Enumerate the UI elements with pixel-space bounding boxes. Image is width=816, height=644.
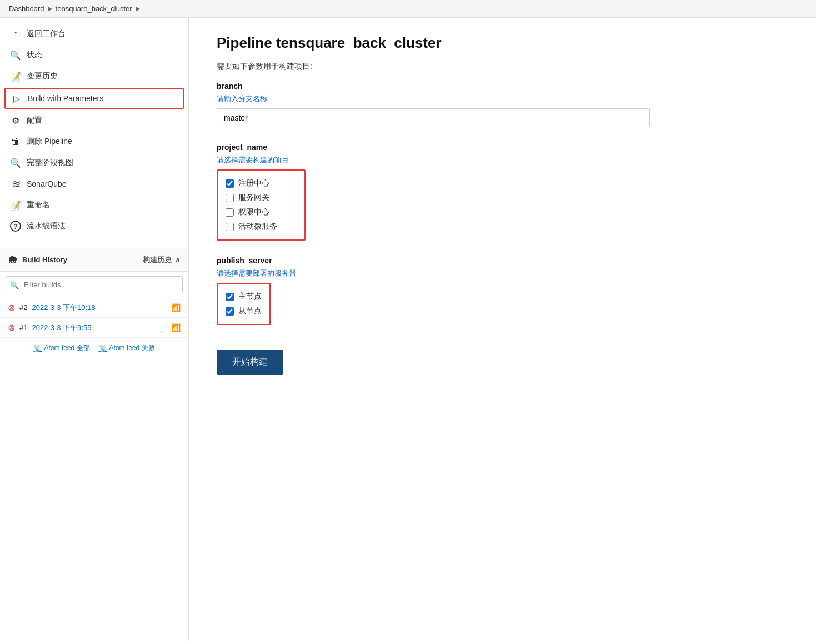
- collapse-icon[interactable]: ∧: [175, 256, 181, 264]
- gear-icon: ⚙: [10, 115, 21, 126]
- build-row-left: ⊗ #1 2022-3-3 下午9:55: [8, 322, 91, 333]
- question-icon: ?: [10, 221, 21, 232]
- sidebar-item-change-history[interactable]: 📝 变更历史: [0, 66, 188, 87]
- sidebar-label-change-history: 变更历史: [27, 71, 58, 81]
- page-title: Pipeline tensquare_back_cluster: [217, 34, 788, 52]
- checkbox-label-congjiedian: 从节点: [238, 306, 262, 316]
- atom-feed-fail-link[interactable]: 📡 Atom feed 失败: [99, 343, 155, 353]
- checkbox-fuwuwanguan[interactable]: 服务网关: [226, 191, 297, 205]
- build-status-error-icon: ⊗: [8, 302, 15, 313]
- rename-icon: 📝: [10, 199, 21, 211]
- rss-fail-icon: 📡: [99, 345, 107, 352]
- breadcrumb-sep-1: ▶: [48, 5, 52, 12]
- sidebar-label-sonarqube: SonarQube: [27, 179, 67, 188]
- checkbox-input-quanxianzhongxin[interactable]: [226, 208, 234, 217]
- sidebar-item-config[interactable]: ⚙ 配置: [0, 110, 188, 131]
- sidebar-label-config: 配置: [27, 116, 42, 126]
- param-project-hint: 请选择需要构建的项目: [217, 155, 788, 165]
- sidebar-item-rename[interactable]: 📝 重命名: [0, 194, 188, 216]
- checkbox-zhujiedian[interactable]: 主节点: [226, 289, 262, 304]
- breadcrumb-sep-2: ▶: [136, 5, 140, 12]
- build-number: #2: [19, 303, 27, 312]
- play-icon: ▷: [11, 93, 22, 104]
- rss-icon: 📶: [171, 303, 181, 312]
- param-publish-hint: 请选择需要部署的服务器: [217, 268, 788, 278]
- build-history-title-cn: 构建历史: [143, 255, 172, 265]
- build-history-title: Build History: [22, 256, 67, 264]
- atom-feed-fail-label: Atom feed 失败: [109, 343, 155, 353]
- table-row: ⊗ #1 2022-3-3 下午9:55 📶: [0, 318, 188, 338]
- build-history-section: 🌧 Build History 构建历史 ∧ 🔍 ⊗ #2 2022-3-3 下…: [0, 248, 188, 358]
- checkbox-input-huodongweifu[interactable]: [226, 223, 234, 231]
- checkbox-congjiedian[interactable]: 从节点: [226, 304, 262, 318]
- sidebar-item-full-stage-view[interactable]: 🔍 完整阶段视图: [0, 152, 188, 173]
- build-history-cloud-icon: 🌧: [8, 254, 18, 266]
- checkbox-input-fuwuwanguan[interactable]: [226, 194, 234, 202]
- breadcrumb-cluster[interactable]: tensquare_back_cluster: [56, 4, 132, 13]
- checkbox-label-quanxianzhongxin: 权限中心: [238, 207, 269, 217]
- sidebar-label-return: 返回工作台: [27, 29, 66, 39]
- build-history-header-right: 构建历史 ∧: [143, 255, 181, 265]
- checkbox-label-huodongweifu: 活动微服务: [238, 222, 277, 232]
- sonar-icon: ≋: [10, 178, 21, 189]
- sidebar-label-full-stage-view: 完整阶段视图: [27, 158, 73, 168]
- param-branch-label: branch: [217, 82, 788, 91]
- build-status-error-icon: ⊗: [8, 322, 15, 333]
- sidebar-item-build-with-parameters[interactable]: ▷ Build with Parameters: [4, 88, 184, 109]
- checkbox-label-fuwuwanguan: 服务网关: [238, 193, 269, 203]
- sidebar-label-status: 状态: [27, 50, 42, 60]
- sidebar-item-status[interactable]: 🔍 状态: [0, 44, 188, 66]
- param-publish-label: publish_server: [217, 256, 788, 265]
- checkbox-label-zhujiedian: 主节点: [238, 292, 262, 302]
- filter-builds-input[interactable]: [6, 276, 183, 293]
- param-branch-section: branch 请输入分支名称: [217, 82, 788, 127]
- main-content: Pipeline tensquare_back_cluster 需要如下参数用于…: [189, 18, 816, 641]
- submit-build-button[interactable]: 开始构建: [217, 350, 283, 375]
- rss-icon-2: 📶: [171, 323, 181, 332]
- sidebar-label-pipeline-syntax: 流水线语法: [27, 221, 66, 231]
- build-time-link[interactable]: 2022-3-3 下午10:18: [32, 303, 95, 313]
- checkbox-label-zhucezhongxin: 注册中心: [238, 178, 269, 188]
- atom-feed-all-link[interactable]: 📡 Atom feed 全部: [33, 343, 89, 353]
- publish-server-checkbox-group: 主节点 从节点: [217, 283, 271, 325]
- trash-icon: 🗑: [10, 136, 21, 147]
- breadcrumb: Dashboard ▶ tensquare_back_cluster ▶: [0, 0, 816, 18]
- atom-feed-all-label: Atom feed 全部: [44, 343, 89, 353]
- section-description: 需要如下参数用于构建项目:: [217, 62, 788, 72]
- filter-wrap: 🔍: [0, 272, 188, 298]
- checkbox-input-congjiedian[interactable]: [226, 307, 234, 316]
- param-project-label: project_name: [217, 143, 788, 152]
- checkbox-huodongweifu[interactable]: 活动微服务: [226, 219, 297, 234]
- checkbox-zhucezhongxin[interactable]: 注册中心: [226, 176, 297, 191]
- magnify-icon: 🔍: [10, 157, 21, 168]
- sidebar-label-build-with-parameters: Build with Parameters: [28, 94, 103, 103]
- checkbox-quanxianzhongxin[interactable]: 权限中心: [226, 205, 297, 219]
- filter-search-icon: 🔍: [10, 281, 19, 289]
- build-number: #1: [19, 323, 27, 332]
- branch-input[interactable]: [217, 108, 650, 127]
- project-name-checkbox-group: 注册中心 服务网关 权限中心 活动微服务: [217, 169, 306, 241]
- checkbox-input-zhucezhongxin[interactable]: [226, 179, 234, 188]
- param-publish-server-section: publish_server 请选择需要部署的服务器 主节点 从节点: [217, 256, 788, 325]
- table-row: ⊗ #2 2022-3-3 下午10:18 📶: [0, 298, 188, 318]
- return-icon: ↑: [10, 28, 21, 39]
- checkbox-input-zhujiedian[interactable]: [226, 293, 234, 301]
- sidebar-item-sonarqube[interactable]: ≋ SonarQube: [0, 173, 188, 194]
- build-history-header: 🌧 Build History 构建历史 ∧: [0, 248, 188, 272]
- sidebar-item-delete-pipeline[interactable]: 🗑 删除 Pipeline: [0, 131, 188, 152]
- rss-all-icon: 📡: [33, 345, 42, 352]
- sidebar: ↑ 返回工作台 🔍 状态 📝 变更历史 ▷ Build with Paramet…: [0, 18, 189, 641]
- sidebar-item-return-workspace[interactable]: ↑ 返回工作台: [0, 23, 188, 44]
- sidebar-label-delete-pipeline: 删除 Pipeline: [27, 137, 72, 147]
- sidebar-label-rename: 重命名: [27, 200, 50, 210]
- atom-feed-row: 📡 Atom feed 全部 📡 Atom feed 失败: [0, 338, 188, 358]
- build-time-link[interactable]: 2022-3-3 下午9:55: [32, 323, 91, 333]
- build-row-left: ⊗ #2 2022-3-3 下午10:18: [8, 302, 96, 313]
- param-project-name-section: project_name 请选择需要构建的项目 注册中心 服务网关 权限中心 活: [217, 143, 788, 241]
- search-icon: 🔍: [10, 49, 21, 61]
- build-history-header-left: 🌧 Build History: [8, 254, 67, 266]
- sidebar-item-pipeline-syntax[interactable]: ? 流水线语法: [0, 216, 188, 237]
- param-branch-hint: 请输入分支名称: [217, 94, 788, 104]
- breadcrumb-dashboard[interactable]: Dashboard: [9, 4, 44, 13]
- edit-icon: 📝: [10, 71, 21, 82]
